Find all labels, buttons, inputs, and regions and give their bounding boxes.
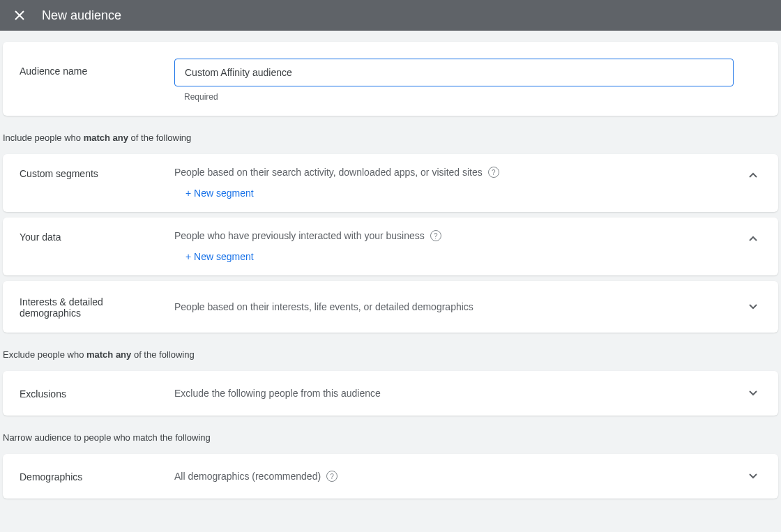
exclusions-body: Exclude the following people from this a… [174,388,722,399]
demographics-desc-text: All demographics (recommended) [174,471,321,482]
chevron-down-icon[interactable] [745,298,761,315]
chevron-down-icon[interactable] [745,468,761,485]
chevron-up-icon[interactable] [745,167,761,183]
exclusions-header: Exclusions Exclude the following people … [20,385,761,402]
dialog-title: New audience [42,8,121,23]
demographics-header: Demographics All demographics (recommend… [20,468,761,485]
your-data-body: People who have previously interacted wi… [174,230,722,263]
custom-segments-header: Custom segments People based on their se… [20,167,761,199]
required-helper-text: Required [184,92,734,102]
close-icon[interactable] [11,7,28,24]
new-segment-link[interactable]: + New segment [174,251,254,262]
interests-title: Interests & detailed demographics [20,295,152,319]
exclusions-card: Exclusions Exclude the following people … [3,371,778,416]
your-data-card: Your data People who have previously int… [3,218,778,275]
custom-segments-desc: People based on their search activity, d… [174,167,722,178]
content-area: Audience name Required Include people wh… [0,42,781,499]
audience-name-input-wrap: Required [174,59,734,102]
include-label-bold: match any [84,132,128,143]
new-segment-link[interactable]: + New segment [174,188,254,199]
narrow-section-label: Narrow audience to people who match the … [0,418,781,448]
dialog-header: New audience [0,0,781,31]
chevron-up-icon[interactable] [745,230,761,247]
custom-segments-desc-text: People based on their search activity, d… [174,167,483,178]
interests-header: Interests & detailed demographics People… [20,295,761,319]
include-label-suffix: of the following [128,132,191,143]
help-icon[interactable]: ? [430,230,441,241]
exclude-section-label: Exclude people who match any of the foll… [0,335,781,365]
audience-name-input[interactable] [174,59,734,86]
custom-segments-card: Custom segments People based on their se… [3,154,778,212]
narrow-label-text: Narrow audience to people who match the … [3,432,211,443]
exclude-label-bold: match any [86,349,131,360]
your-data-desc-text: People who have previously interacted wi… [174,230,425,241]
demographics-title: Demographics [20,470,152,482]
exclude-label-suffix: of the following [131,349,194,360]
interests-desc: People based on their interests, life ev… [174,301,722,312]
exclusions-desc-text: Exclude the following people from this a… [174,388,381,399]
interests-desc-text: People based on their interests, life ev… [174,301,473,312]
include-label-prefix: Include people who [3,132,84,143]
interests-body: People based on their interests, life ev… [174,301,722,312]
audience-name-card: Audience name Required [3,42,778,116]
include-section-label: Include people who match any of the foll… [0,119,781,149]
exclusions-title: Exclusions [20,387,152,400]
exclusions-desc: Exclude the following people from this a… [174,388,722,399]
chevron-down-icon[interactable] [745,385,761,402]
custom-segments-body: People based on their search activity, d… [174,167,722,199]
your-data-desc: People who have previously interacted wi… [174,230,722,241]
interests-card: Interests & detailed demographics People… [3,281,778,333]
your-data-title: Your data [20,230,152,243]
demographics-body: All demographics (recommended) ? [174,471,722,482]
custom-segments-title: Custom segments [20,167,152,179]
help-icon[interactable]: ? [326,471,338,482]
demographics-desc: All demographics (recommended) ? [174,471,722,482]
exclude-label-prefix: Exclude people who [3,349,86,360]
help-icon[interactable]: ? [488,167,499,178]
audience-name-label: Audience name [20,59,152,77]
demographics-card: Demographics All demographics (recommend… [3,454,778,499]
your-data-header: Your data People who have previously int… [20,230,761,263]
